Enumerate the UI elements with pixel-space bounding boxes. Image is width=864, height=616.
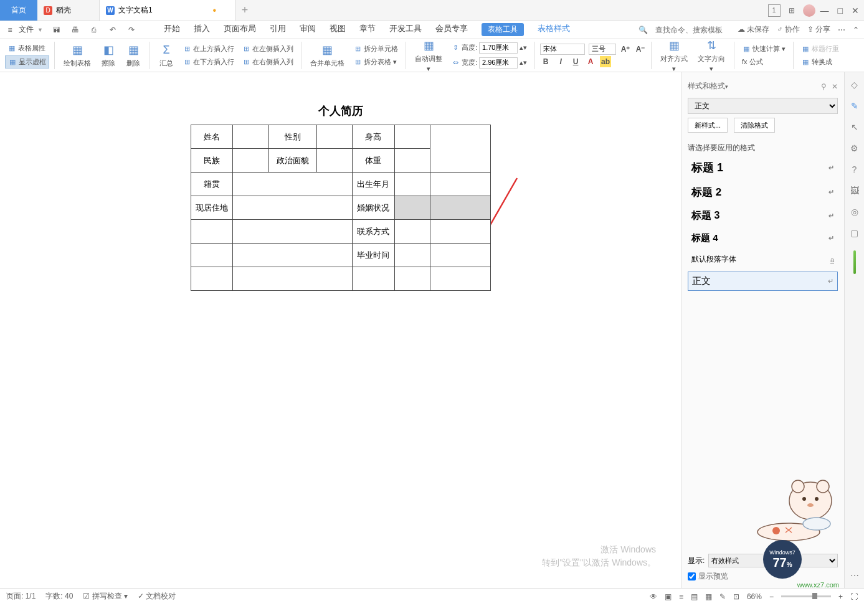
show-border-button[interactable]: ▦显示虚框 xyxy=(5,55,49,69)
zoom-fit-icon[interactable]: ⊡ xyxy=(733,592,739,601)
preview-icon[interactable]: ⎙ xyxy=(89,25,99,35)
zoom-value[interactable]: 66% xyxy=(747,592,762,601)
apps-icon[interactable]: ⊞ xyxy=(786,4,798,17)
redo-icon[interactable]: ↷ xyxy=(126,25,136,35)
stepper-icon[interactable]: ▴▾ xyxy=(520,59,527,67)
zoom-out-button[interactable]: − xyxy=(769,592,774,601)
tab-document[interactable]: W 文字文稿1 • xyxy=(100,0,235,21)
menu-table-style[interactable]: 表格样式 xyxy=(538,23,570,36)
menu-ref[interactable]: 引用 xyxy=(270,23,286,36)
clear-format-button[interactable]: 清除格式 xyxy=(734,118,775,133)
share-button[interactable]: ⇪ 分享 xyxy=(807,24,830,35)
split-table-button[interactable]: ⊞拆分表格▾ xyxy=(351,56,401,68)
selected-cell-2[interactable] xyxy=(430,196,490,220)
auto-adjust-button[interactable]: ▦自动调整▾ xyxy=(411,37,446,74)
menu-dev[interactable]: 开发工具 xyxy=(389,23,422,36)
insert-row-below-button[interactable]: ⊞在下方插入行 xyxy=(180,56,237,68)
view-print-icon[interactable]: ≡ xyxy=(679,592,683,601)
split-cells-button[interactable]: ⊞拆分单元格 xyxy=(351,43,401,55)
insert-col-left-button[interactable]: ⊞在左侧插入列 xyxy=(239,43,296,55)
pin-icon[interactable]: ⚲ xyxy=(821,82,827,91)
merge-cells-button[interactable]: ▦合并单元格 xyxy=(306,41,348,69)
expand-icon[interactable]: ⌃ xyxy=(853,26,859,34)
bold-button[interactable]: B xyxy=(540,56,551,67)
tab-home[interactable]: 首页 xyxy=(0,0,37,21)
align-button[interactable]: ▦对齐方式▾ xyxy=(657,37,691,74)
style-heading-3[interactable]: 标题 3↵ xyxy=(688,206,838,225)
help-icon[interactable]: ? xyxy=(848,163,861,176)
image-icon[interactable]: 🖼 xyxy=(848,184,861,197)
minimize-button[interactable]: — xyxy=(820,6,829,16)
search-input[interactable] xyxy=(655,26,730,34)
preview-checkbox[interactable] xyxy=(688,572,696,580)
close-button[interactable]: ✕ xyxy=(852,6,859,16)
page-indicator[interactable]: 页面: 1/1 xyxy=(6,591,36,602)
font-size-input[interactable] xyxy=(589,44,616,55)
canvas-area[interactable]: 个人简历 姓名 性别 身高 民族 政治面貌 体重 xyxy=(0,72,681,588)
width-input[interactable] xyxy=(479,57,518,69)
eye-icon[interactable]: 👁 xyxy=(650,592,657,601)
pencil-icon[interactable]: ✎ xyxy=(848,100,861,112)
new-style-button[interactable]: 新样式... xyxy=(688,118,728,133)
font-smaller-icon[interactable]: A⁻ xyxy=(635,44,646,55)
menu-insert[interactable]: 插入 xyxy=(194,23,210,36)
text-direction-button[interactable]: ⇅文字方向▾ xyxy=(694,37,729,74)
current-style-select[interactable]: 正文 xyxy=(688,98,838,114)
insert-row-above-button[interactable]: ⊞在上方插入行 xyxy=(180,43,237,55)
edit-icon[interactable]: ✎ xyxy=(719,592,726,601)
tab-shell[interactable]: D 稻壳 xyxy=(37,0,100,21)
focus-icon[interactable]: ▣ xyxy=(665,592,672,601)
style-heading-1[interactable]: 标题 1↵ xyxy=(688,157,838,178)
style-body[interactable]: 正文↵ xyxy=(688,272,838,291)
undo-icon[interactable]: ↶ xyxy=(108,25,118,35)
formula-button[interactable]: fx 公式 xyxy=(739,56,788,68)
stepper-icon[interactable]: ▴▾ xyxy=(520,44,527,52)
menu-table-tools[interactable]: 表格工具 xyxy=(482,23,524,36)
menu-layout[interactable]: 页面布局 xyxy=(224,23,256,36)
cursor-icon[interactable]: ↖ xyxy=(848,121,861,133)
menu-vip[interactable]: 会员专享 xyxy=(435,23,468,36)
fast-calc-button[interactable]: ▦快速计算▾ xyxy=(739,43,788,55)
menu-chapter[interactable]: 章节 xyxy=(359,23,376,36)
menu-review[interactable]: 审阅 xyxy=(300,23,316,36)
tab-add[interactable]: + xyxy=(235,0,254,21)
delete-button[interactable]: ▦删除 xyxy=(122,41,145,69)
more-icon[interactable]: ⋯ xyxy=(838,26,845,34)
style-default-font[interactable]: 默认段落字体a xyxy=(688,251,838,268)
target-icon[interactable]: ◎ xyxy=(848,206,861,218)
menu-view[interactable]: 视图 xyxy=(330,23,346,36)
summary-button[interactable]: Σ汇总 xyxy=(155,41,178,69)
style-heading-4[interactable]: 标题 4↵ xyxy=(688,229,838,247)
print-icon[interactable]: 🖶 xyxy=(70,25,80,35)
settings-icon[interactable]: ⚙ xyxy=(848,142,861,154)
draw-table-button[interactable]: ▦绘制表格 xyxy=(60,41,95,69)
erase-button[interactable]: ◧擦除 xyxy=(97,41,120,69)
avatar[interactable] xyxy=(803,4,815,17)
layout-icon[interactable]: 1 xyxy=(768,4,781,17)
unsaved-indicator[interactable]: ☁ 未保存 xyxy=(738,24,769,35)
diamond-icon[interactable]: ◇ xyxy=(848,78,861,91)
menu-start[interactable]: 开始 xyxy=(164,23,180,36)
zoom-slider[interactable] xyxy=(781,595,831,597)
close-panel-icon[interactable]: ✕ xyxy=(832,82,838,91)
view-outline-icon[interactable]: ▤ xyxy=(691,592,698,601)
table-properties-button[interactable]: ▦表格属性 xyxy=(5,42,49,54)
italic-button[interactable]: I xyxy=(555,56,566,67)
file-menu[interactable]: ≡ 文件 ▼ xyxy=(5,24,43,35)
proofread-button[interactable]: ✓ 文档校对 xyxy=(138,591,176,602)
selected-cell-1[interactable] xyxy=(394,196,430,220)
underline-button[interactable]: U xyxy=(570,56,581,67)
resume-table[interactable]: 姓名 性别 身高 民族 政治面貌 体重 籍贯 xyxy=(191,125,491,291)
layers-icon[interactable]: ▢ xyxy=(848,227,861,239)
more-tools-icon[interactable]: ⋯ xyxy=(848,569,861,582)
scroll-indicator[interactable] xyxy=(853,250,856,274)
fullscreen-icon[interactable]: ⛶ xyxy=(850,592,858,601)
font-color-button[interactable]: A xyxy=(585,56,596,67)
spellcheck-toggle[interactable]: ☑ 拼写检查 ▾ xyxy=(83,591,128,602)
collab-button[interactable]: ♂ 协作 xyxy=(777,24,799,35)
style-heading-2[interactable]: 标题 2↵ xyxy=(688,182,838,202)
font-name-input[interactable] xyxy=(540,44,585,55)
word-count[interactable]: 字数: 40 xyxy=(45,591,73,602)
save-icon[interactable]: 🖬 xyxy=(52,25,62,35)
zoom-in-button[interactable]: + xyxy=(838,592,843,601)
